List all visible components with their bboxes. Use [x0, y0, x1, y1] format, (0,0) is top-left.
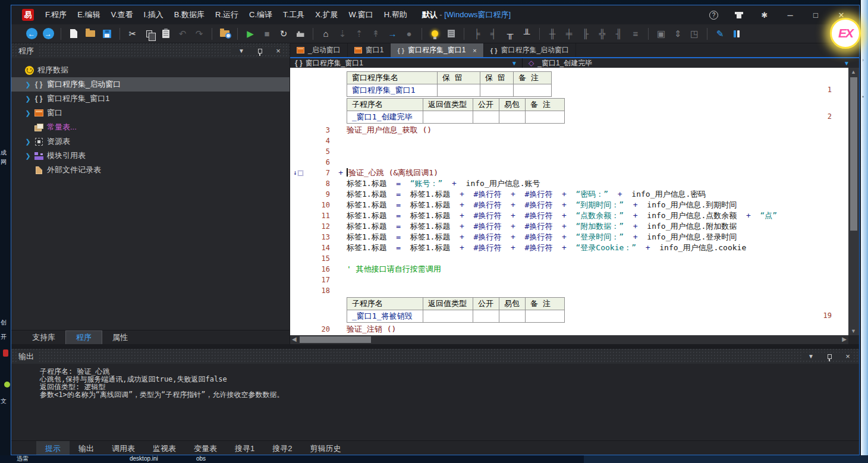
table-value-cell[interactable]: [423, 310, 473, 323]
menu-item-x[interactable]: X.扩展: [310, 5, 343, 24]
expand-chevron-icon[interactable]: ❯: [23, 152, 33, 160]
table-value-cell[interactable]: _窗口1_创建完毕: [347, 111, 423, 124]
code-line[interactable]: 14标签1.标题 = 标签1.标题 + #换行符 + #换行符 + “登录Coo…: [290, 242, 848, 253]
stop-button[interactable]: ■: [260, 27, 274, 41]
cut-button[interactable]: ✂: [125, 27, 140, 41]
table-value-cell[interactable]: [480, 84, 514, 97]
code-blank-line[interactable]: 17: [290, 275, 848, 285]
output-tab-变量表[interactable]: 变量表: [185, 441, 226, 455]
space-evenly-button[interactable]: ╬: [595, 27, 609, 41]
compile-install-button[interactable]: [293, 27, 307, 41]
scroll-right-arrow[interactable]: ▶: [842, 336, 847, 342]
vertical-scrollbar[interactable]: ▲ ▼: [848, 68, 859, 335]
help-button[interactable]: ?: [709, 11, 718, 20]
table-value-cell[interactable]: [499, 111, 526, 124]
code-blank-line[interactable]: 18: [290, 285, 848, 296]
sidebar-item-窗口[interactable]: ❯窗口: [11, 106, 290, 120]
nav-forward-button[interactable]: →: [41, 27, 55, 41]
open-program-button[interactable]: [83, 27, 98, 41]
breakpoint-button[interactable]: ●: [402, 27, 416, 41]
table-value-cell[interactable]: [473, 310, 499, 323]
restart-button[interactable]: ↻: [276, 27, 291, 41]
code-line[interactable]: 10标签1.标题 = 标签1.标题 + #换行符 + #换行符 + “到期时间：…: [290, 200, 848, 210]
expand-chevron-icon[interactable]: ❯: [23, 95, 33, 103]
fit-both-button[interactable]: ◳: [687, 27, 702, 41]
same-height-button[interactable]: ╟: [578, 27, 593, 41]
code-line[interactable]: 13标签1.标题 = 标签1.标题 + #换行符 + #换行符 + “登录时间：…: [290, 232, 848, 242]
run-button[interactable]: ▶: [243, 27, 257, 41]
menu-item-h[interactable]: H.帮助: [379, 5, 413, 24]
code-line[interactable]: 8标签1.标题 = “账号：” + info_用户信息.账号: [290, 178, 848, 189]
sidebar-item-外部文件记录表[interactable]: 外部文件记录表: [11, 163, 290, 177]
sidebar-item-窗口程序集_窗口1[interactable]: ❯{ }窗口程序集_窗口1: [11, 92, 290, 106]
home-button[interactable]: ⌂: [319, 27, 333, 41]
horizontal-scrollbar[interactable]: ◀ ▶: [290, 335, 848, 344]
output-tab-输出[interactable]: 输出: [70, 441, 103, 455]
menu-item-c[interactable]: C.编译: [244, 5, 278, 24]
breadcrumb-scope-select[interactable]: { } 窗口程序集_窗口1 ▼: [290, 58, 522, 68]
code-line[interactable]: 20验证_注销 (): [290, 324, 848, 335]
distribute-button[interactable]: ≡: [628, 27, 643, 41]
snippet-note-button[interactable]: [444, 27, 458, 41]
code-line[interactable]: 3验证_用户信息_获取 (): [290, 125, 848, 136]
scroll-left-arrow[interactable]: ◀: [292, 336, 297, 342]
sidebar-item-资源表[interactable]: ❯资源表: [11, 134, 290, 149]
output-tab-调用表[interactable]: 调用表: [103, 441, 144, 455]
sidebar-tab-程序[interactable]: 程序: [65, 330, 102, 344]
save-button[interactable]: [100, 27, 114, 41]
expand-chevron-icon[interactable]: ❯: [23, 81, 33, 89]
code-line[interactable]: 11标签1.标题 = 标签1.标题 + #换行符 + #换行符 + “点数余额：…: [290, 210, 848, 221]
output-tab-搜寻2[interactable]: 搜寻2: [263, 441, 301, 455]
panel-dropdown-icon[interactable]: ▼: [237, 47, 246, 55]
step-out-button[interactable]: ↟: [369, 27, 383, 41]
align-right-button[interactable]: ╡: [486, 27, 501, 41]
code-line[interactable]: 7+↓验证_心跳 (&离线回调1): [290, 168, 848, 178]
horizontal-scroll-thumb[interactable]: [300, 336, 371, 343]
expand-chevron-icon[interactable]: ❯: [23, 109, 33, 117]
table-value-cell[interactable]: [514, 84, 552, 97]
panel-pin-icon[interactable]: [256, 47, 264, 55]
code-blank-line[interactable]: 15: [290, 253, 848, 264]
minimize-button[interactable]: ─: [785, 10, 795, 20]
table-value-cell[interactable]: [526, 111, 565, 124]
code-blank-line[interactable]: 6: [290, 157, 848, 168]
menu-item-e[interactable]: E.编辑: [72, 5, 105, 24]
code-blank-line[interactable]: 4: [290, 136, 848, 146]
find-in-files-button[interactable]: [218, 27, 232, 41]
table-value-cell[interactable]: [526, 310, 565, 323]
step-over-button[interactable]: ⇡: [352, 27, 366, 41]
maximize-button[interactable]: □: [811, 10, 820, 20]
menu-item-w[interactable]: W.窗口: [343, 5, 378, 24]
panel-close-icon[interactable]: ×: [844, 352, 852, 361]
menu-item-v[interactable]: V.查看: [105, 5, 138, 24]
output-tab-剪辑历史[interactable]: 剪辑历史: [301, 441, 350, 455]
align-top-button[interactable]: ╥: [503, 27, 517, 41]
output-tab-监视表[interactable]: 监视表: [144, 441, 185, 455]
menu-item-f[interactable]: F.程序: [40, 5, 72, 24]
theme-shirt-button[interactable]: [734, 10, 744, 20]
code-line[interactable]: 9标签1.标题 = 标签1.标题 + #换行符 + #换行符 + “密码：” +…: [290, 189, 848, 200]
menu-item-r[interactable]: R.运行: [210, 5, 244, 24]
sidebar-tab-支持库[interactable]: 支持库: [22, 330, 65, 344]
table-value-cell[interactable]: [473, 111, 499, 124]
size-to-grid-button[interactable]: ▣: [654, 27, 668, 41]
expand-chevron-icon[interactable]: ❯: [23, 138, 33, 146]
align-bottom-button[interactable]: ╨: [520, 27, 534, 41]
menu-item-i[interactable]: I.插入: [139, 5, 169, 24]
output-tab-提示[interactable]: 提示: [36, 441, 70, 455]
sidebar-item-模块引用表[interactable]: ❯模块引用表: [11, 149, 290, 163]
fold-marker[interactable]: +: [338, 168, 343, 178]
panel-close-icon[interactable]: ×: [274, 47, 282, 55]
scroll-down-arrow[interactable]: ▼: [851, 328, 856, 334]
output-tab-搜寻1[interactable]: 搜寻1: [226, 441, 263, 455]
code-blank-line[interactable]: 5: [290, 146, 848, 157]
new-program-button[interactable]: [67, 27, 81, 41]
code-editor[interactable]: 1窗口程序集名保 留保 留备 注窗口程序集_窗口12子程序名返回值类型公开易包备…: [290, 68, 848, 335]
ex-overlay-badge[interactable]: EX: [830, 18, 861, 49]
panel-splitter[interactable]: [11, 344, 859, 349]
sidebar-tab-属性[interactable]: 属性: [102, 330, 138, 344]
sidebar-item-窗口程序集_启动窗口[interactable]: ❯{ }窗口程序集_启动窗口: [11, 77, 290, 92]
panel-dropdown-icon[interactable]: ▼: [807, 352, 815, 361]
step-into-button[interactable]: ⇣: [335, 27, 350, 41]
editor-tab-_启动窗口[interactable]: _启动窗口: [290, 43, 348, 57]
